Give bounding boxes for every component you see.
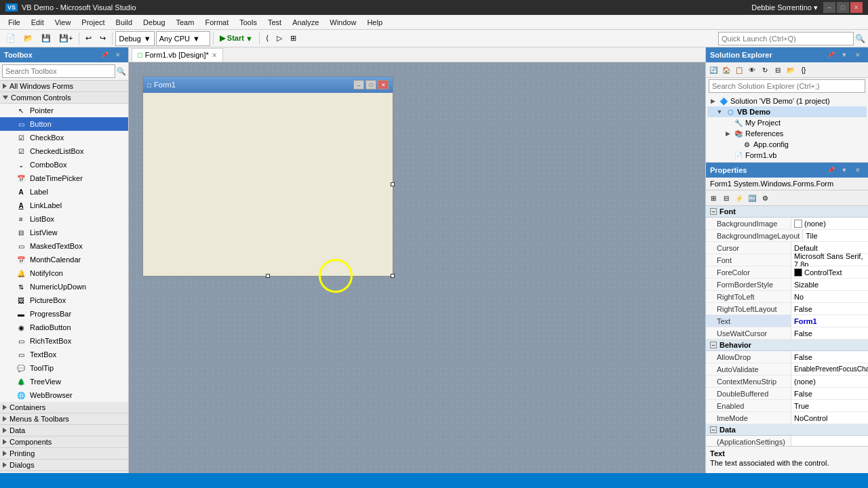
new-project-button[interactable]: 📄 bbox=[3, 31, 19, 46]
open-button[interactable]: 📂 bbox=[20, 31, 37, 46]
category-wpf-interop[interactable]: WPF Interoperability bbox=[0, 471, 128, 473]
debug-config-dropdown[interactable]: Debug ▼ bbox=[115, 31, 154, 46]
prop-value[interactable]: EnablePreventFocusChang bbox=[791, 363, 868, 375]
props-alphabetical-button[interactable]: ⊟ bbox=[720, 192, 732, 204]
tree-item-myproject[interactable]: 🔧 My Project bbox=[707, 117, 867, 128]
toolbox-item-monthcalendar[interactable]: 📅 MonthCalendar bbox=[0, 253, 128, 266]
props-collapse-button[interactable]: ▼ bbox=[838, 165, 850, 176]
tree-item-form1vb[interactable]: 📄 Form1.vb bbox=[707, 150, 867, 161]
menu-debug[interactable]: Debug bbox=[138, 17, 170, 28]
undo-button[interactable]: ↩ bbox=[82, 31, 95, 46]
start-button[interactable]: ▶ Start ▼ bbox=[216, 31, 256, 46]
resize-handle-bottom-right[interactable] bbox=[391, 274, 395, 278]
cpu-config-dropdown[interactable]: Any CPU ▼ bbox=[156, 31, 210, 46]
se-search-input[interactable] bbox=[709, 79, 865, 93]
toolbox-close-button[interactable]: ✕ bbox=[112, 49, 124, 60]
category-data[interactable]: Data bbox=[0, 425, 128, 436]
toolbox-item-listview[interactable]: ⊟ ListView bbox=[0, 226, 128, 239]
menu-build[interactable]: Build bbox=[111, 17, 138, 28]
category-menus-toolbars[interactable]: Menus & Toolbars bbox=[0, 413, 128, 425]
menu-test[interactable]: Test bbox=[262, 17, 287, 28]
toolbox-item-maskedtextbox[interactable]: ▭ MaskedTextBox bbox=[0, 239, 128, 253]
toolbox-item-datetimepicker[interactable]: 📅 DateTimePicker bbox=[0, 171, 128, 185]
form-body[interactable] bbox=[143, 93, 393, 276]
menu-window[interactable]: Window bbox=[324, 17, 361, 28]
toolbox-search-input[interactable] bbox=[2, 64, 115, 78]
prop-value[interactable]: No bbox=[791, 291, 868, 302]
prop-value[interactable]: Tile bbox=[803, 230, 868, 241]
prop-value[interactable] bbox=[791, 436, 868, 446]
toolbox-item-radiobutton[interactable]: ◉ RadioButton bbox=[0, 321, 128, 334]
menu-tools[interactable]: Tools bbox=[234, 17, 262, 28]
toolbox-item-picturebox[interactable]: 🖼 PictureBox bbox=[0, 293, 128, 307]
menu-view[interactable]: View bbox=[50, 17, 77, 28]
menu-file[interactable]: File bbox=[3, 17, 26, 28]
user-name[interactable]: Debbie Sorrentino ▾ bbox=[751, 3, 818, 12]
prop-value[interactable]: Sizable bbox=[791, 279, 868, 290]
tab-close-button[interactable]: ✕ bbox=[212, 52, 217, 59]
category-containers[interactable]: Containers bbox=[0, 402, 128, 413]
prop-value[interactable]: False bbox=[791, 388, 868, 399]
category-printing[interactable]: Printing bbox=[0, 448, 128, 460]
se-collapse-button[interactable]: ▼ bbox=[838, 49, 850, 60]
minimize-button[interactable]: – bbox=[823, 2, 835, 13]
toolbox-item-tooltip[interactable]: 💬 ToolTip bbox=[0, 361, 128, 375]
save-all-button[interactable]: 💾+ bbox=[56, 31, 76, 46]
menu-team[interactable]: Team bbox=[171, 17, 200, 28]
props-pin-button[interactable]: 📌 bbox=[825, 165, 837, 176]
se-show-all-button[interactable]: 👁 bbox=[746, 64, 758, 76]
toolbox-item-progressbar[interactable]: ▬ ProgressBar bbox=[0, 307, 128, 321]
maximize-button[interactable]: □ bbox=[837, 2, 849, 13]
prop-value[interactable]: ControlText bbox=[791, 266, 868, 278]
toolbox-item-listbox[interactable]: ≡ ListBox bbox=[0, 212, 128, 226]
toolbox-item-notifyicon[interactable]: 🔔 NotifyIcon bbox=[0, 266, 128, 280]
toolbox-item-checkedlistbox[interactable]: ☑ CheckedListBox bbox=[0, 144, 128, 158]
se-refresh-button[interactable]: 🔄 bbox=[707, 64, 719, 76]
prop-value[interactable]: (none) bbox=[791, 218, 868, 229]
close-button[interactable]: ✕ bbox=[850, 2, 863, 13]
quick-launch-input[interactable] bbox=[718, 32, 854, 45]
category-common-controls[interactable]: Common Controls bbox=[0, 92, 128, 104]
design-canvas[interactable]: □ Form1 – □ ✕ bbox=[129, 62, 705, 473]
resize-handle-right-center[interactable] bbox=[391, 182, 395, 186]
se-refresh2-button[interactable]: ↻ bbox=[759, 64, 771, 76]
category-components[interactable]: Components bbox=[0, 436, 128, 448]
prop-category-font[interactable]: – Font bbox=[706, 206, 868, 218]
toolbox-item-combobox[interactable]: ⌄ ComboBox bbox=[0, 158, 128, 171]
prop-value[interactable]: (none) bbox=[791, 375, 868, 387]
se-collapse-all-button[interactable]: ⊟ bbox=[772, 64, 784, 76]
tab-form1-design[interactable]: □ Form1.vb [Design]* ✕ bbox=[132, 48, 223, 62]
form-close-button[interactable]: ✕ bbox=[378, 80, 389, 89]
menu-edit[interactable]: Edit bbox=[26, 17, 50, 28]
se-home-button[interactable]: 🏠 bbox=[720, 64, 732, 76]
se-close-button[interactable]: ✕ bbox=[852, 49, 864, 60]
toolbox-item-textbox[interactable]: ▭ TextBox bbox=[0, 348, 128, 361]
prop-value[interactable]: Microsoft Sans Serif, 7.8p bbox=[791, 254, 868, 266]
toolbox-item-pointer[interactable]: ↖ Pointer bbox=[0, 104, 128, 117]
toolbar-btn-1[interactable]: ⟨ bbox=[262, 31, 272, 46]
prop-value[interactable]: False bbox=[791, 327, 868, 339]
toolbox-item-numericupdown[interactable]: ⇅ NumericUpDown bbox=[0, 280, 128, 293]
menu-project[interactable]: Project bbox=[76, 17, 110, 28]
prop-value[interactable]: Form1 bbox=[791, 315, 868, 327]
prop-value[interactable]: NoControl bbox=[791, 412, 868, 424]
se-open-folder-button[interactable]: 📂 bbox=[785, 64, 797, 76]
props-search-button[interactable]: 🔤 bbox=[746, 192, 758, 204]
toolbox-item-checkbox[interactable]: ☑ CheckBox bbox=[0, 131, 128, 144]
tree-item-appconfig[interactable]: ⚙ App.config bbox=[707, 139, 867, 150]
toolbox-item-treeview[interactable]: 🌲 TreeView bbox=[0, 375, 128, 388]
category-all-windows-forms[interactable]: All Windows Forms bbox=[0, 81, 128, 92]
props-close-button[interactable]: ✕ bbox=[852, 165, 864, 176]
props-settings-button[interactable]: ⚙ bbox=[759, 192, 771, 204]
prop-value[interactable]: False bbox=[791, 303, 868, 314]
prop-category-data[interactable]: – Data bbox=[706, 424, 868, 436]
toolbox-item-label[interactable]: A Label bbox=[0, 185, 128, 199]
se-pin-button[interactable]: 📌 bbox=[825, 49, 837, 60]
tree-item-vbdemo[interactable]: ▼ ⬡ VB Demo bbox=[707, 106, 867, 117]
se-props-button[interactable]: 📋 bbox=[733, 64, 745, 76]
se-code-button[interactable]: {} bbox=[797, 64, 810, 76]
toolbar-btn-3[interactable]: ⊞ bbox=[287, 31, 300, 46]
toolbar-btn-2[interactable]: ▷ bbox=[273, 31, 285, 46]
props-categorized-button[interactable]: ⊞ bbox=[707, 192, 719, 204]
category-dialogs[interactable]: Dialogs bbox=[0, 460, 128, 471]
